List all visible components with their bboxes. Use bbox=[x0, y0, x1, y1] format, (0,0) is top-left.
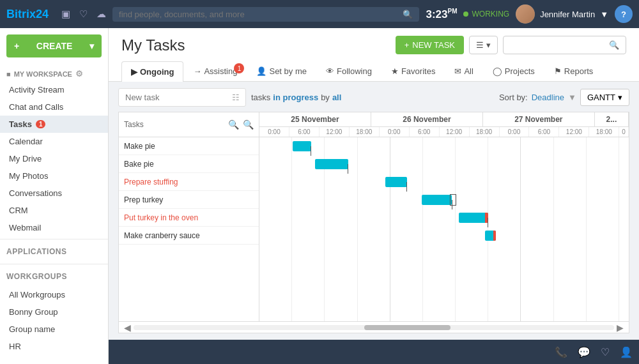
scroll-right-arrow[interactable]: ▶ bbox=[614, 322, 626, 333]
bar-bake-pie[interactable] bbox=[315, 159, 348, 169]
phone-icon[interactable]: 📞 bbox=[555, 346, 567, 358]
tasks-label: Tasks bbox=[9, 119, 32, 129]
sidebar-item-bonny-group[interactable]: Bonny Group bbox=[0, 303, 108, 321]
chat-icon[interactable]: 💬 bbox=[578, 346, 590, 358]
avatar bbox=[516, 4, 535, 24]
sidebar: + CREATE ▾ ■ MY WORKSPACE ⚙ Activity Str… bbox=[0, 28, 109, 364]
task-search-input[interactable] bbox=[510, 40, 606, 50]
create-button[interactable]: + CREATE ▾ bbox=[6, 34, 102, 57]
user-menu[interactable]: Jennifer Martin ▼ bbox=[516, 4, 608, 24]
scroll-left-arrow[interactable]: ◀ bbox=[121, 322, 134, 333]
page-actions: + NEW TASK ☰ ▾ 🔍 bbox=[396, 36, 626, 54]
all-workgroups-label: All Workgroups bbox=[9, 290, 65, 300]
tab-set-by-me[interactable]: 👤 Set by me bbox=[247, 61, 316, 81]
list-view-icon: ☰ bbox=[476, 40, 484, 50]
gantt-view-button[interactable]: GANTT ▾ bbox=[580, 89, 629, 106]
tab-favorites[interactable]: ★ Favorites bbox=[381, 61, 445, 81]
gantt-scroll-thumb[interactable] bbox=[364, 325, 450, 330]
current-time: 3:23PM bbox=[426, 8, 457, 21]
sidebar-item-crm[interactable]: CRM bbox=[0, 202, 108, 219]
page-title: My Tasks bbox=[121, 36, 185, 54]
sidebar-item-webmail[interactable]: Webmail bbox=[0, 219, 108, 236]
sidebar-item-calendar[interactable]: Calendar bbox=[0, 133, 108, 150]
cloud-icon[interactable]: ☁ bbox=[96, 8, 106, 20]
gantt-scroll-track[interactable] bbox=[134, 325, 614, 330]
calendar-label: Calendar bbox=[9, 137, 43, 146]
sidebar-item-activity-stream[interactable]: Activity Stream bbox=[0, 81, 108, 98]
gantt-dates: 25 November 26 November 27 November 2... bbox=[259, 112, 629, 127]
view-toggle-button[interactable]: ☰ ▾ bbox=[469, 36, 498, 54]
task-row-make-pie[interactable]: Make pie bbox=[119, 137, 259, 155]
sidebar-item-all-workgroups[interactable]: All Workgroups bbox=[0, 286, 108, 303]
sort-by-deadline[interactable]: Deadline bbox=[532, 93, 564, 102]
bar-put-turkey[interactable] bbox=[459, 213, 488, 223]
chevron-down-icon: ▾ bbox=[89, 41, 94, 51]
divider-1 bbox=[0, 239, 108, 239]
eye-icon: 👁 bbox=[326, 66, 334, 76]
task-row-prep-turkey[interactable]: Prep turkey bbox=[119, 191, 259, 209]
zoom-out-icon[interactable]: 🔍 bbox=[228, 119, 239, 130]
main-layout: + CREATE ▾ ■ MY WORKSPACE ⚙ Activity Str… bbox=[0, 28, 639, 364]
applications-section-label: APPLICATIONS bbox=[0, 242, 108, 261]
gantt-scrollbar: ◀ ▶ bbox=[119, 321, 629, 333]
page-title-row: My Tasks + NEW TASK ☰ ▾ 🔍 bbox=[121, 36, 626, 54]
connector-3 bbox=[406, 182, 407, 192]
sidebar-item-my-drive[interactable]: My Drive bbox=[0, 150, 108, 167]
gantt-tasks-header: Tasks 🔍 🔍 bbox=[119, 112, 259, 137]
divider-2 bbox=[0, 264, 108, 264]
tab-all[interactable]: ✉ All bbox=[445, 61, 482, 81]
task-row-cranberry[interactable]: Make cranberry sauce bbox=[119, 227, 259, 245]
bar-make-pie[interactable] bbox=[293, 141, 311, 151]
date-nov25: 25 November bbox=[259, 112, 371, 126]
sidebar-item-chat-calls[interactable]: Chat and Calls bbox=[0, 98, 108, 116]
gantt-chart-area bbox=[259, 137, 629, 321]
task-row-put-turkey[interactable]: Put turkey in the oven bbox=[119, 209, 259, 227]
bar-prep-turkey[interactable] bbox=[422, 195, 451, 205]
task-search[interactable]: 🔍 bbox=[503, 36, 626, 54]
connector-4 bbox=[452, 200, 452, 209]
person-icon: 👤 bbox=[256, 66, 266, 76]
gantt-header: Tasks 🔍 🔍 25 November 26 November 27 Nov… bbox=[119, 112, 629, 137]
my-photos-label: My Photos bbox=[9, 171, 48, 181]
notification-icon[interactable]: ♡ bbox=[601, 346, 610, 358]
search-input[interactable] bbox=[119, 10, 397, 19]
bar-prepare-stuffing[interactable] bbox=[385, 177, 408, 187]
status-dot bbox=[463, 11, 468, 17]
sidebar-item-conversations[interactable]: Conversations bbox=[0, 185, 108, 202]
workgroups-section-label: WORKGROUPS bbox=[0, 267, 108, 286]
workspace-section-label: ■ MY WORKSPACE ⚙ bbox=[0, 64, 108, 81]
bell-icon[interactable]: ♡ bbox=[79, 8, 88, 20]
tab-ongoing[interactable]: ▶ Ongoing bbox=[121, 61, 183, 82]
task-tabs: ▶ Ongoing → Assisting 1 👤 Set by me 👁 Fo… bbox=[121, 61, 626, 81]
help-button[interactable]: ? bbox=[615, 5, 633, 23]
group-name-label: Group name bbox=[9, 324, 55, 334]
gantt-task-list: Make pie Bake pie Prepare stuffing Prep … bbox=[119, 137, 259, 321]
tab-assisting[interactable]: → Assisting 1 bbox=[183, 61, 247, 81]
sort-direction-icon: ▼ bbox=[568, 93, 576, 102]
conversations-label: Conversations bbox=[9, 188, 62, 198]
global-search[interactable]: 🔍 bbox=[112, 7, 419, 22]
new-task-input[interactable] bbox=[118, 88, 246, 107]
task-row-prepare-stuffing[interactable]: Prepare stuffing bbox=[119, 173, 259, 191]
tab-reports[interactable]: ⚑ Reports bbox=[544, 61, 603, 81]
connector-2 bbox=[348, 164, 348, 174]
app-logo[interactable]: Bitrix24 bbox=[6, 8, 49, 21]
tab-following[interactable]: 👁 Following bbox=[316, 61, 381, 81]
gantt-body: Make pie Bake pie Prepare stuffing Prep … bbox=[119, 137, 629, 321]
sidebar-item-group-name[interactable]: Group name bbox=[0, 321, 108, 338]
gear-icon[interactable]: ⚙ bbox=[75, 69, 83, 79]
work-status[interactable]: WORKING bbox=[463, 10, 509, 19]
sidebar-item-my-photos[interactable]: My Photos bbox=[0, 167, 108, 185]
date-nov27: 27 November bbox=[483, 112, 595, 126]
connector-1 bbox=[311, 146, 311, 156]
bar-cranberry[interactable] bbox=[485, 231, 496, 241]
sidebar-item-hr[interactable]: HR bbox=[0, 338, 108, 355]
zoom-in-icon[interactable]: 🔍 bbox=[243, 119, 254, 130]
tab-projects[interactable]: ◯ Projects bbox=[483, 61, 544, 81]
new-task-button[interactable]: + NEW TASK bbox=[396, 36, 464, 54]
sidebar-item-tasks[interactable]: Tasks 1 bbox=[0, 116, 108, 133]
chat-calls-label: Chat and Calls bbox=[9, 102, 63, 112]
task-row-bake-pie[interactable]: Bake pie bbox=[119, 155, 259, 173]
monitor-icon[interactable]: ▣ bbox=[61, 8, 70, 20]
profile-icon[interactable]: 👤 bbox=[620, 346, 633, 358]
